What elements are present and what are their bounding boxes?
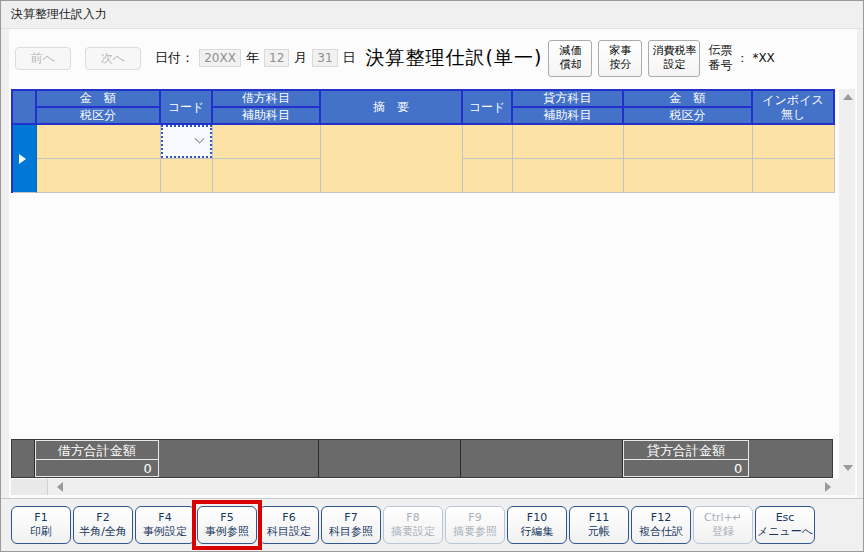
f10-row-edit-button[interactable]: F10 行編集 — [507, 506, 567, 544]
prev-button[interactable]: 前へ — [15, 47, 71, 70]
f4-label: 事例設定 — [143, 525, 187, 539]
tax-rate-button-line2: 設定 — [663, 58, 685, 72]
page-title: 決算整理仕訳(単一) — [366, 45, 543, 71]
f10-label: 行編集 — [521, 525, 554, 539]
cell-credit-amount[interactable] — [624, 125, 753, 159]
journal-grid: 金 額 税区分 コード 借方科目 補助科目 摘 要 コード 貸方科目 補助科目 … — [11, 89, 835, 193]
debit-total-label: 借方合計金額 — [36, 441, 158, 460]
cell-debit-code-row2[interactable] — [161, 159, 213, 193]
voucher-number: 伝票 番号 ： *XX — [708, 43, 774, 73]
month-unit-label: 月 — [294, 49, 307, 67]
cell-debit-tax[interactable] — [37, 159, 161, 193]
cell-summary[interactable] — [321, 125, 463, 193]
debit-code-combobox[interactable] — [161, 125, 212, 158]
f12-label: 複合仕訳 — [639, 525, 683, 539]
f12-compound-journal-button[interactable]: F12 複合仕訳 — [631, 506, 691, 544]
header-debit-account: 借方科目 — [213, 91, 321, 108]
f11-key: F11 — [589, 511, 609, 525]
toolbar: 前へ 次へ 日付： 20XX 年 12 月 31 日 決算整理仕訳(単一) 減価… — [9, 29, 857, 87]
date-group: 日付： 20XX 年 12 月 31 日 — [155, 49, 356, 67]
year-unit-label: 年 — [246, 49, 259, 67]
month-field[interactable]: 12 — [264, 49, 289, 67]
window-title: 決算整理仕訳入力 — [11, 6, 107, 23]
scroll-right-icon[interactable] — [825, 482, 831, 492]
tax-rate-setting-button[interactable]: 消費税率 設定 — [648, 40, 700, 77]
cell-invoice-row1[interactable] — [753, 125, 835, 159]
header-tax-right: 税区分 — [624, 108, 753, 125]
totals-bar: 借方合計金額 0 貸方合計金額 0 — [11, 439, 833, 478]
f1-label: 印刷 — [30, 525, 52, 539]
f6-key: F6 — [282, 511, 295, 525]
day-field[interactable]: 31 — [312, 49, 337, 67]
household-apportionment-button[interactable]: 家事 按分 — [598, 40, 642, 77]
f11-ledger-button[interactable]: F11 元帳 — [569, 506, 629, 544]
f5-key: F5 — [220, 511, 233, 525]
cell-credit-tax[interactable] — [624, 159, 753, 193]
f5-label: 事例参照 — [205, 525, 249, 539]
f9-label: 摘要参照 — [453, 525, 497, 539]
next-button[interactable]: 次へ — [85, 47, 141, 70]
credit-total-value: 0 — [624, 460, 749, 477]
title-bar: 決算整理仕訳入力 — [1, 1, 863, 29]
scroll-up-icon[interactable] — [843, 94, 853, 100]
f7-label: 科目参照 — [329, 525, 373, 539]
f8-label: 摘要設定 — [391, 525, 435, 539]
f8-key: F8 — [406, 511, 419, 525]
header-amount-right: 金 額 — [624, 91, 753, 108]
f9-key: F9 — [468, 511, 481, 525]
household-button-line2: 按分 — [609, 58, 631, 72]
totals-spacer-cell — [12, 440, 35, 477]
horizontal-scrollbar[interactable] — [11, 479, 855, 495]
header-invoice-line2: 無し — [781, 107, 805, 121]
f2-halfwidth-fullwidth-button[interactable]: F2 半角/全角 — [73, 506, 133, 544]
header-credit-sub: 補助科目 — [513, 108, 624, 125]
debit-total: 借方合計金額 0 — [35, 440, 159, 477]
ctrl-enter-register-button[interactable]: Ctrl+↵ 登録 — [693, 506, 753, 544]
header-credit-account: 貸方科目 — [513, 91, 624, 108]
tax-rate-button-line1: 消費税率 — [652, 44, 696, 58]
scroll-left-icon[interactable] — [57, 482, 63, 492]
depreciation-button[interactable]: 減価 償却 — [548, 40, 592, 77]
header-invoice-line1: インボイス — [762, 93, 823, 107]
header-tax-left: 税区分 — [37, 108, 161, 125]
esc-to-menu-button[interactable]: Esc メニューへ — [755, 506, 815, 544]
cell-debit-amount[interactable] — [37, 125, 161, 159]
register-label: 登録 — [712, 525, 734, 539]
voucher-label-line1: 伝票 — [708, 43, 732, 58]
cell-debit-account[interactable] — [213, 125, 321, 159]
cell-credit-code-row2[interactable] — [463, 159, 513, 193]
credit-total: 貸方合計金額 0 — [623, 440, 750, 477]
cell-credit-code[interactable] — [463, 125, 513, 159]
voucher-colon: ： — [736, 50, 748, 67]
totals-spacer-cell — [159, 440, 320, 477]
function-key-row: F1 印刷 F2 半角/全角 F4 事例設定 F5 事例参照 F6 科目設定 — [11, 506, 815, 544]
f4-case-setting-button[interactable]: F4 事例設定 — [135, 506, 195, 544]
scroll-down-icon[interactable] — [843, 465, 853, 471]
f5-case-reference-button[interactable]: F5 事例参照 — [197, 506, 257, 544]
f6-account-setting-button[interactable]: F6 科目設定 — [259, 506, 319, 544]
f1-print-button[interactable]: F1 印刷 — [11, 506, 71, 544]
cell-invoice-row2[interactable] — [753, 159, 835, 193]
ctrl-enter-key: Ctrl+↵ — [704, 511, 742, 525]
year-field[interactable]: 20XX — [199, 49, 241, 67]
totals-spacer-cell — [319, 440, 461, 477]
f9-summary-reference-button[interactable]: F9 摘要参照 — [445, 506, 505, 544]
cell-credit-sub[interactable] — [513, 159, 624, 193]
totals-spacer-cell — [461, 440, 623, 477]
debit-total-value: 0 — [36, 460, 158, 477]
cell-credit-account[interactable] — [513, 125, 624, 159]
household-button-line1: 家事 — [609, 44, 631, 58]
f2-label: 半角/全角 — [79, 525, 127, 539]
cell-debit-sub[interactable] — [213, 159, 321, 193]
header-amount-left: 金 額 — [37, 91, 161, 108]
f8-summary-setting-button[interactable]: F8 摘要設定 — [383, 506, 443, 544]
header-code-left: コード — [161, 91, 213, 125]
app-window: 決算整理仕訳入力 前へ 次へ 日付： 20XX 年 12 月 31 日 決算整理… — [0, 0, 864, 552]
f2-key: F2 — [96, 511, 109, 525]
header-summary: 摘 要 — [321, 91, 463, 125]
row-selector[interactable] — [13, 125, 37, 193]
header-selector-cell — [13, 91, 37, 125]
vertical-scrollbar[interactable] — [839, 89, 855, 479]
f7-account-reference-button[interactable]: F7 科目参照 — [321, 506, 381, 544]
cell-debit-code[interactable] — [161, 125, 213, 159]
